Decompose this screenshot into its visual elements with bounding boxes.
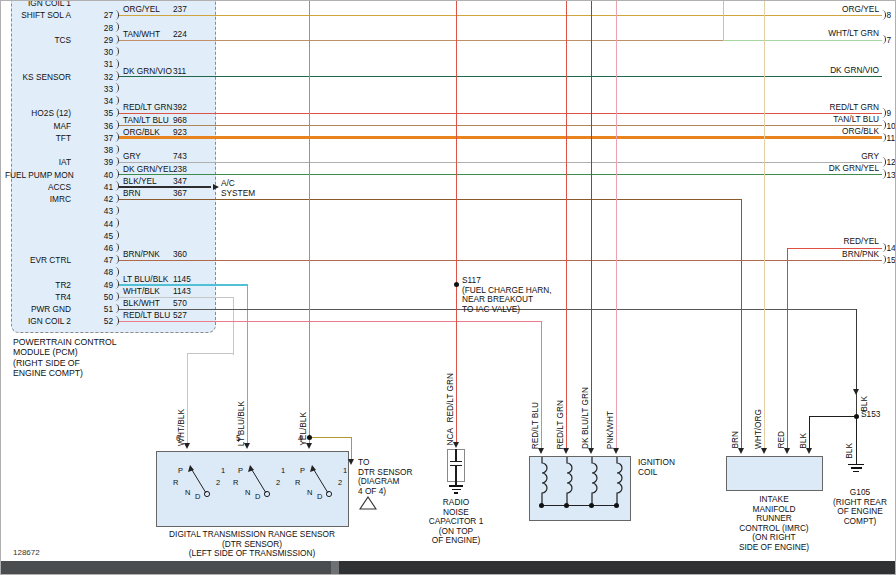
pcm-pin-wire-color: GRY bbox=[123, 151, 141, 161]
scrollbar-segment[interactable] bbox=[1, 561, 331, 574]
right-edge-pin-number: 7 bbox=[887, 35, 892, 45]
wire-arrow bbox=[738, 448, 744, 454]
pcm-pin-wire-color: BLK/YEL bbox=[123, 176, 157, 186]
pcm-pin-wire-color: TAN/LT BLU bbox=[123, 115, 169, 125]
junction-dot bbox=[454, 282, 459, 287]
wire-arrow bbox=[563, 448, 569, 454]
pcm-pin-function: IGN COIL 2 bbox=[5, 316, 71, 326]
junction-dot bbox=[589, 503, 594, 508]
pcm-pin-circuit-number: 392 bbox=[173, 102, 187, 112]
svg-text:R: R bbox=[233, 478, 239, 487]
diagram-reference-triangle bbox=[359, 496, 377, 511]
pcm-caption: POWERTRAIN CONTROL MODULE (PCM) (RIGHT S… bbox=[13, 337, 117, 379]
pcm-pin-wire-color: RED/LT GRN bbox=[123, 102, 172, 112]
ground-symbol bbox=[454, 492, 458, 494]
pcm-pin-number: 41 bbox=[95, 182, 113, 192]
wire-arrow bbox=[784, 448, 790, 454]
wire-org-blk bbox=[119, 136, 882, 139]
wire-yel-blk bbox=[309, 1, 310, 443]
right-edge-pin-number: 9 bbox=[887, 108, 892, 118]
scrollbar-segment[interactable] bbox=[339, 561, 896, 574]
coil-bus bbox=[541, 505, 617, 506]
coil-winding bbox=[535, 457, 549, 507]
pcm-pin-circuit-number: 347 bbox=[173, 176, 187, 186]
right-edge-bracket bbox=[882, 133, 886, 143]
right-edge-wire-color: DK GRN/VIO bbox=[789, 65, 879, 75]
imrc-caption: INTAKE MANIFOLD RUNNER CONTROL (IMRC) (O… bbox=[715, 495, 833, 553]
pcm-pin-circuit-number: 311 bbox=[173, 66, 186, 76]
pcm-pin-function: KS SENSOR bbox=[5, 72, 71, 82]
pcm-pin-wire-color: DK GRN/YEL bbox=[123, 164, 173, 174]
wire-arrow bbox=[613, 448, 619, 454]
wire-red-lt-grn bbox=[456, 1, 457, 442]
document-number: 128672 bbox=[13, 548, 40, 558]
pcm-pin-function: HO2S (12) bbox=[5, 108, 71, 118]
wire-color-vertical-label: PNK/WHT bbox=[605, 411, 615, 449]
right-edge-pin-number: 13 bbox=[887, 170, 896, 180]
pcm-pin-function: FUEL PUMP MON bbox=[5, 170, 71, 180]
pcm-pin-function: TR4 bbox=[5, 292, 71, 302]
pcm-pin-function: MAF bbox=[5, 121, 71, 131]
wire-brn bbox=[119, 199, 741, 200]
pcm-pin-number: 32 bbox=[95, 72, 113, 82]
dtr-switch: PRND21 bbox=[170, 462, 226, 500]
pcm-pin-wire-color: TAN/WHT bbox=[123, 29, 160, 39]
pcm-pin-number: 37 bbox=[95, 133, 113, 143]
wire-wht-lt-grn bbox=[723, 40, 882, 41]
svg-text:1: 1 bbox=[343, 466, 347, 475]
right-edge-pin-number: 8 bbox=[887, 10, 892, 20]
svg-text:2: 2 bbox=[216, 478, 220, 487]
wire-wht-lt-grn bbox=[723, 1, 724, 40]
pcm-pin-circuit-number: 968 bbox=[173, 115, 187, 125]
dtr-pin-number: 6 bbox=[176, 433, 181, 443]
wire-red-lt-grn bbox=[566, 1, 567, 448]
s117-splice-note: S117 (FUEL CHARGE HARN, NEAR BREAKOUT TO… bbox=[462, 276, 552, 314]
ground-symbol bbox=[452, 489, 461, 491]
pcm-pin-circuit-number: 360 bbox=[173, 249, 187, 259]
wire-color-vertical-label: WHT/ORG bbox=[753, 409, 763, 449]
wire-red bbox=[787, 248, 788, 449]
wire-blk bbox=[809, 416, 810, 450]
pcm-pin-function: IGN COIL 1 bbox=[5, 0, 71, 8]
right-edge-pin-number: 12 bbox=[887, 157, 896, 167]
wire-dk-grn-yel bbox=[119, 174, 882, 175]
svg-text:2: 2 bbox=[338, 478, 342, 487]
wire-arrow bbox=[538, 448, 544, 454]
coil-winding bbox=[560, 457, 574, 507]
wire-dk-blu-lt-grn bbox=[591, 1, 592, 448]
right-edge-pin-number: 14 bbox=[887, 243, 896, 253]
right-edge-wire-color: BRN/PNK bbox=[789, 249, 879, 259]
pcm-pin-wire-color: BLK/WHT bbox=[123, 298, 160, 308]
wire-arrow bbox=[306, 443, 312, 449]
wire-pnk-wht bbox=[616, 1, 617, 448]
wire-wht-blk bbox=[233, 297, 234, 355]
pcm-pin-circuit-number: 570 bbox=[173, 298, 187, 308]
wire-yel-blk-branch bbox=[351, 437, 352, 461]
pcm-pin-circuit-number: 237 bbox=[173, 4, 187, 14]
cap-lead-bottom bbox=[455, 466, 456, 481]
pcm-pin-wire-color: ORG/YEL bbox=[123, 4, 160, 14]
svg-text:N: N bbox=[307, 488, 312, 497]
g105-caption: G105 (RIGHT REAR OF ENGINE COMPT) bbox=[825, 488, 895, 526]
pcm-pin-number: 34 bbox=[95, 96, 113, 106]
pcm-pin-wire-color: RED/LT BLU bbox=[123, 310, 170, 320]
junction-dot bbox=[614, 503, 619, 508]
wire-blk bbox=[856, 416, 857, 464]
wire-tan-lt-blu bbox=[119, 125, 882, 126]
pcm-pin-number: 45 bbox=[95, 231, 113, 241]
wire-arrow bbox=[244, 443, 250, 449]
pcm-pin-number: 30 bbox=[95, 47, 113, 57]
horizontal-scrollbar[interactable] bbox=[1, 561, 896, 574]
junction-dot bbox=[564, 503, 569, 508]
pcm-pin-number: 39 bbox=[95, 157, 113, 167]
right-edge-pin-number: 11 bbox=[887, 133, 896, 143]
svg-text:P: P bbox=[238, 466, 243, 475]
wire-dk-grn-vio bbox=[119, 76, 882, 77]
pcm-pin-wire-color: BRN bbox=[123, 188, 141, 198]
pcm-pin-wire-color: BRN/PNK bbox=[123, 249, 160, 259]
coil-winding bbox=[610, 457, 624, 507]
pcm-pin-circuit-number: 923 bbox=[173, 127, 187, 137]
pcm-pin-number: 49 bbox=[95, 280, 113, 290]
pcm-pin-number: 43 bbox=[95, 206, 113, 216]
wire-red-lt-blu bbox=[119, 321, 541, 322]
